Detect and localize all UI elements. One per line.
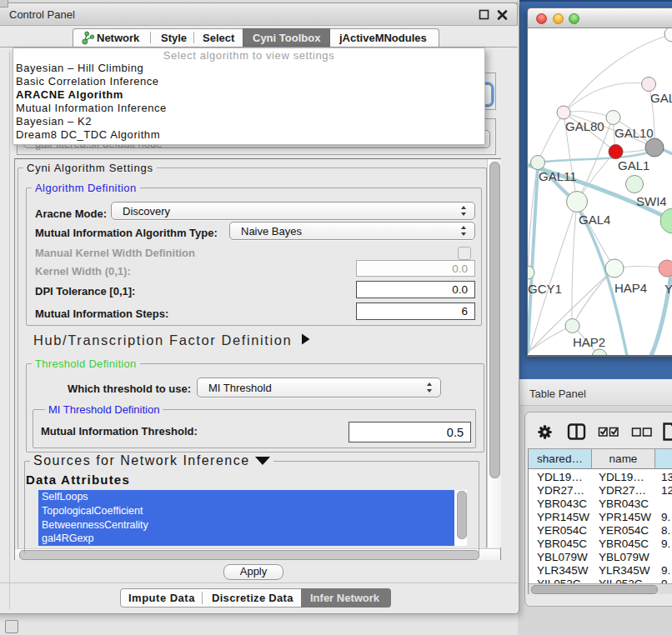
svg-text:GAL80: GAL80 xyxy=(565,119,604,133)
svg-text:HAP4: HAP4 xyxy=(614,281,647,295)
svg-text:GCY1: GCY1 xyxy=(528,282,562,296)
svg-text:Y: Y xyxy=(664,282,672,296)
svg-text:GAL7: GAL7 xyxy=(650,91,672,105)
svg-text:GAL11: GAL11 xyxy=(539,169,577,183)
svg-text:SWI4: SWI4 xyxy=(636,194,667,208)
svg-text:GAL10: GAL10 xyxy=(614,126,654,140)
svg-text:GAL1: GAL1 xyxy=(618,158,649,172)
svg-text:GAL4: GAL4 xyxy=(579,212,610,227)
svg-text:HAP2: HAP2 xyxy=(573,335,605,349)
